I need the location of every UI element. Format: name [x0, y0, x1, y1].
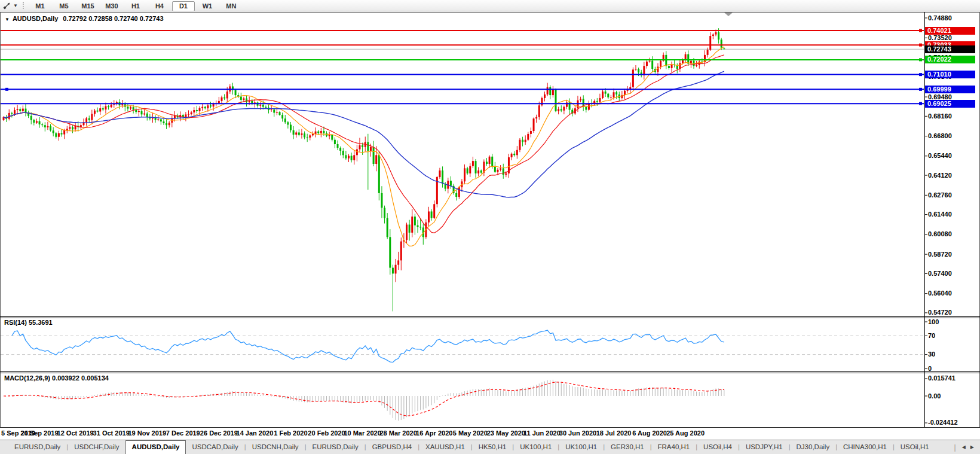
chart-tab-usdcad-daily[interactable]: USDCAD,Daily: [186, 440, 244, 454]
chart-scroll-marker-icon[interactable]: [724, 13, 733, 16]
chart-tab-usoil-h4[interactable]: USOil,H4: [697, 440, 738, 454]
macd-indicator-label: MACD(12,26,9) 0.003922 0.005134: [4, 374, 109, 382]
tabs-scroll-right-icon[interactable]: ▶: [968, 444, 976, 450]
price-axis-tick: 0.66800: [928, 132, 952, 140]
chart-tab-audusd-daily-active[interactable]: AUDUSD,Daily: [125, 440, 186, 454]
chart-tab-eurusd-daily[interactable]: EURUSD,Daily: [8, 440, 66, 454]
macd-pane-graph: [4, 380, 724, 421]
date-axis-label: 11 Jun 2020: [523, 429, 561, 437]
date-axis-label: 5 May 2020: [453, 429, 488, 437]
chart-tab-usoil-h1[interactable]: USOil,H1: [895, 440, 935, 454]
price-axis-tick: 0.57400: [928, 270, 952, 278]
trading-terminal: ▼ M1M5M15M30H1H4D1W1MN ▼AUDUSD,Daily0.72…: [0, 0, 980, 454]
date-axis-label: 12 Oct 2019: [57, 429, 94, 437]
price-axis-tick: 0.68160: [928, 112, 952, 120]
date-axis-label: 28 Mar 2020: [379, 429, 416, 437]
hline-price-label: 0.74021: [925, 27, 975, 35]
chart-tab-uk100-h1[interactable]: UK100,H1: [514, 440, 558, 454]
date-axis-label: 24 Sep 2019: [21, 429, 59, 437]
chart-ohlc-text: 0.72792 0.72858 0.72740 0.72743: [63, 15, 163, 22]
chart-tab-eurusd-daily[interactable]: EURUSD,Daily: [306, 440, 364, 454]
price-axis-tick: 0.65440: [928, 152, 952, 160]
line-handle[interactable]: [919, 73, 922, 76]
rsi-indicator-label: RSI(14) 55.3691: [4, 319, 53, 326]
tab-separator: |: [954, 443, 956, 452]
price-axis-tick: 0.54720: [928, 309, 952, 316]
tabs-scroll-left-icon[interactable]: ◀: [960, 444, 968, 450]
price-axis-tick: 0.56040: [928, 290, 952, 297]
macd-axis-tick: 0.00: [928, 392, 941, 400]
date-axis-label: 31 Oct 2019: [93, 429, 130, 437]
price-axis-tick: 0.60080: [928, 230, 952, 238]
hline-price-label: 0.69999: [925, 86, 975, 93]
chart-collapse-arrow-icon[interactable]: ▼: [5, 17, 10, 22]
date-axis-label: 14 Jan 2020: [237, 429, 274, 437]
chart-title: ▼AUDUSD,Daily0.72792 0.72858 0.72740 0.7…: [5, 15, 164, 22]
chart-canvas[interactable]: [0, 0, 980, 440]
date-axis-label: 18 Jul 2020: [596, 429, 632, 437]
line-handle[interactable]: [919, 29, 922, 32]
line-handle[interactable]: [919, 58, 922, 61]
hline-price-label: 0.69025: [925, 100, 975, 108]
chart-tab-uk100-h1[interactable]: UK100,H1: [559, 440, 603, 454]
date-axis-label: 1 Feb 2020: [274, 429, 307, 437]
rsi-axis-tick: 70: [928, 332, 935, 340]
price-axis-tick: 0.61440: [928, 211, 952, 218]
rsi-line: [12, 330, 724, 362]
price-axis-tick: 0.74880: [928, 14, 952, 22]
chart-tabs-bar: EURUSD,Daily|USDCHF,DailyAUDUSD,DailyUSD…: [0, 440, 980, 454]
line-handle[interactable]: [919, 88, 922, 91]
date-axis-label: 23 May 2020: [487, 429, 525, 437]
rsi-axis-tick: 100: [928, 318, 939, 326]
chart-tab-xauusd-h1[interactable]: XAUUSD,H1: [419, 440, 471, 454]
macd-signal-line: [4, 382, 724, 416]
date-axis-label: 30 Jun 2020: [559, 429, 596, 437]
line-handle[interactable]: [5, 88, 8, 91]
hline-price-label: 0.71010: [925, 71, 975, 78]
rsi-pane-graph: [1, 330, 924, 362]
macd-axis-tick: -0.024412: [928, 419, 958, 426]
chart-tab-china300-h1[interactable]: CHINA300,H1: [837, 440, 893, 454]
chart-tab-dj30-daily[interactable]: DJ30,Daily: [791, 440, 836, 454]
rsi-axis-tick: 0: [928, 365, 932, 373]
date-axis-label: 10 Mar 2020: [344, 429, 381, 437]
moving-averages: [4, 47, 724, 246]
macd-axis-tick: 0.015741: [928, 374, 956, 382]
chart-tab-usdcnh-daily[interactable]: USDCNH,Daily: [246, 440, 305, 454]
chart-tab-fra40-h1[interactable]: FRA40,H1: [652, 440, 696, 454]
chart-tab-usdchf-daily[interactable]: USDCHF,Daily: [68, 440, 125, 454]
rsi-axis-tick: 30: [928, 351, 935, 358]
chart-tab-hk50-h1[interactable]: HK50,H1: [473, 440, 513, 454]
line-handle[interactable]: [919, 102, 922, 105]
date-axis-label: 7 Dec 2019: [166, 429, 200, 437]
hline-price-label: 0.72022: [925, 56, 975, 63]
chart-tab-usdjpy-h1[interactable]: USDJPY,H1: [740, 440, 789, 454]
date-axis-label: 26 Dec 2019: [200, 429, 238, 437]
date-axis-label: 6 Aug 2020: [632, 429, 667, 437]
date-axis-label: 25 Aug 2020: [666, 429, 705, 437]
tab-scroll-controls: |◀▶: [951, 440, 980, 454]
chart-tab-ger30-h1[interactable]: GER30,H1: [605, 440, 650, 454]
price-axis-tick: 0.64120: [928, 172, 952, 179]
price-axis-tick: 0.58720: [928, 251, 952, 258]
current-price-label: 0.72743: [925, 45, 975, 53]
price-axis-tick: 0.62760: [928, 191, 952, 199]
date-axis-label: 16 Apr 2020: [416, 429, 452, 437]
line-handle[interactable]: [919, 44, 922, 47]
chart-title-text: AUDUSD,Daily: [13, 15, 58, 22]
date-axis-label: 19 Nov 2019: [128, 429, 166, 437]
candles: [1, 28, 924, 311]
date-axis-label: 20 Feb 2020: [308, 429, 345, 437]
chart-tab-gbpusd-h4[interactable]: GBPUSD,H4: [366, 440, 418, 454]
